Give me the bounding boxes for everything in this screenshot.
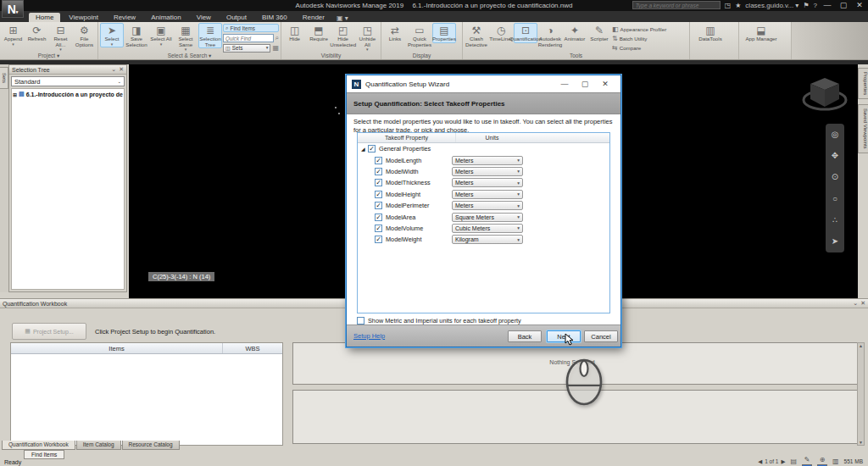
tab-render[interactable]: Render: [296, 13, 331, 22]
panel-close-icon[interactable]: ✕: [119, 66, 124, 72]
steering-wheel-icon[interactable]: ◎: [832, 130, 839, 139]
unit-dropdown[interactable]: Kilogram▾: [452, 235, 523, 244]
batch-utility-button[interactable]: ⇅Batch Utility: [612, 34, 671, 42]
row-checkbox[interactable]: [375, 202, 382, 209]
append-button[interactable]: ⊞Append▾: [2, 23, 25, 47]
tree-root-item[interactable]: ⊞ ▤ 6.1.-Introducción a un proyecto de c…: [12, 89, 124, 99]
viewcube[interactable]: [800, 71, 849, 117]
datatools-button[interactable]: ▥DataTools: [692, 23, 729, 43]
hide-button[interactable]: ◫Hide: [283, 23, 306, 43]
panel-dock-icon[interactable]: ⌄: [111, 66, 116, 72]
table-row[interactable]: ModelLength Meters▾: [358, 154, 609, 165]
tools-group-label[interactable]: Tools: [463, 52, 689, 59]
tree-mode-dropdown[interactable]: Standard⌄: [11, 76, 125, 86]
project-group-label[interactable]: Project ▾: [0, 52, 97, 59]
clash-detective-button[interactable]: ⚒Clash Detective: [465, 23, 488, 48]
favorites-icon[interactable]: ★: [735, 2, 741, 9]
select-search-group-label[interactable]: Select & Search ▾: [98, 52, 281, 59]
dialog-maximize-button[interactable]: ▢: [575, 80, 595, 88]
column-header-units[interactable]: Units: [455, 133, 528, 142]
row-checkbox[interactable]: [368, 145, 376, 153]
row-checkbox[interactable]: [375, 179, 382, 186]
select-button[interactable]: ➤Select▾: [100, 23, 124, 47]
dialog-minimize-button[interactable]: —: [554, 80, 575, 88]
wbs-column-header[interactable]: WBS: [223, 343, 282, 353]
table-row[interactable]: ModelArea Square Meters▾: [358, 211, 609, 222]
workbook-scrollbar[interactable]: ▲ ▼: [857, 342, 865, 446]
unit-dropdown[interactable]: Cubic Meters▾: [452, 224, 523, 233]
user-menu[interactable]: clases.guido.v... ▾: [745, 2, 798, 9]
links-button[interactable]: ⇄Links: [383, 23, 407, 43]
row-checkbox[interactable]: [375, 191, 382, 198]
quick-find-icon[interactable]: ⌕: [275, 34, 279, 42]
visibility-group-label[interactable]: Visibility: [281, 52, 381, 59]
application-menu-button[interactable]: N▾: [2, 0, 24, 18]
back-button[interactable]: Back: [508, 330, 542, 342]
saved-viewpoints-panel-tab[interactable]: Saved Viewpoints: [858, 104, 868, 153]
unit-dropdown[interactable]: Meters▾: [452, 190, 523, 199]
sets-dropdown[interactable]: ◫ Sets▾: [223, 44, 270, 53]
table-row[interactable]: ModelPerimeter Meters▾: [358, 200, 609, 211]
next-sheet-icon[interactable]: ▶: [781, 458, 785, 465]
scroll-down-icon[interactable]: ▼: [859, 440, 863, 445]
tab-find-items[interactable]: Find Items: [24, 450, 64, 459]
row-checkbox[interactable]: [375, 236, 382, 243]
hide-unselected-button[interactable]: ◰Hide Unselected: [331, 23, 355, 48]
find-items-button[interactable]: ⌕Find Items: [223, 24, 279, 32]
select-cursor-icon[interactable]: ➤: [832, 237, 838, 246]
tab-home[interactable]: Home: [29, 13, 60, 22]
zoom-icon[interactable]: ⊙: [832, 173, 838, 181]
maximize-button[interactable]: ▢: [837, 1, 849, 9]
next-button[interactable]: Next: [547, 330, 581, 342]
panel-close-icon[interactable]: ✕: [860, 300, 865, 306]
unit-dropdown[interactable]: Meters▾: [452, 178, 523, 187]
refresh-button[interactable]: ⟳Refresh: [25, 23, 48, 43]
table-row-general-properties[interactable]: ◢ General Properties: [358, 143, 609, 154]
look-around-icon[interactable]: ∴: [832, 216, 837, 225]
file-options-button[interactable]: ⚙File Options: [73, 23, 96, 48]
column-header-takeoff-property[interactable]: Takeoff Property: [358, 133, 455, 142]
notification-icon[interactable]: ⚑: [803, 2, 809, 9]
autodesk-rendering-button[interactable]: ◑Autodesk Rendering: [538, 23, 562, 48]
table-row[interactable]: ModelWidth Meters▾: [358, 166, 609, 177]
dialog-close-button[interactable]: ✕: [595, 80, 615, 88]
app-manager-button[interactable]: ⬓App Manager: [741, 23, 782, 43]
scripter-button[interactable]: ✎Scripter: [587, 23, 611, 43]
setup-help-link[interactable]: Setup Help: [353, 332, 385, 340]
row-checkbox[interactable]: [375, 225, 382, 232]
workbook-items-table[interactable]: Items WBS: [10, 342, 283, 446]
project-setup-button[interactable]: ▦ Project Setup...: [12, 323, 86, 340]
pan-icon[interactable]: ✥: [832, 152, 838, 160]
row-checkbox[interactable]: [375, 168, 382, 175]
tab-bim360[interactable]: BIM 360: [255, 13, 294, 22]
table-row[interactable]: ModelThickness Meters▾: [358, 177, 609, 188]
tab-view[interactable]: View: [190, 13, 218, 22]
appearance-profiler-button[interactable]: ◧Appearance Profiler: [612, 25, 671, 33]
help-icon[interactable]: ?: [814, 2, 817, 9]
unit-dropdown[interactable]: Meters▾: [452, 156, 523, 165]
help-search-input[interactable]: [632, 1, 721, 9]
unit-dropdown[interactable]: Square Meters▾: [452, 213, 523, 222]
close-button[interactable]: ✕: [854, 1, 865, 9]
quick-find-input[interactable]: Quick Find: [223, 34, 274, 42]
media-browser-icon[interactable]: ▣ ▾: [337, 14, 348, 22]
cancel-button[interactable]: Cancel: [584, 330, 618, 342]
require-button[interactable]: ⬒Require: [307, 23, 330, 43]
expander-icon[interactable]: ◢: [361, 146, 368, 152]
tab-quantification-workbook[interactable]: Quantification Workbook: [2, 441, 75, 450]
row-checkbox[interactable]: [375, 214, 382, 221]
manage-sets-icon[interactable]: ▦: [272, 44, 279, 52]
prev-sheet-icon[interactable]: ◀: [758, 458, 762, 465]
select-all-button[interactable]: ▣Select All▾: [149, 23, 173, 47]
selection-tree-button[interactable]: ≣Selection Tree: [198, 23, 222, 48]
table-row[interactable]: ModelWeight Kilogram▾: [358, 234, 609, 245]
properties-button[interactable]: ▤Properties: [432, 23, 456, 43]
display-group-label[interactable]: Display: [381, 52, 462, 59]
unhide-all-button[interactable]: ◳Unhide All▾: [356, 23, 379, 53]
minimize-button[interactable]: —: [821, 1, 833, 9]
row-checkbox[interactable]: [375, 157, 382, 164]
select-same-button[interactable]: ▦Select Same▾: [174, 23, 198, 53]
orbit-icon[interactable]: ○: [832, 195, 837, 203]
unit-dropdown[interactable]: Meters▾: [452, 167, 523, 176]
scroll-up-icon[interactable]: ▲: [859, 343, 863, 348]
